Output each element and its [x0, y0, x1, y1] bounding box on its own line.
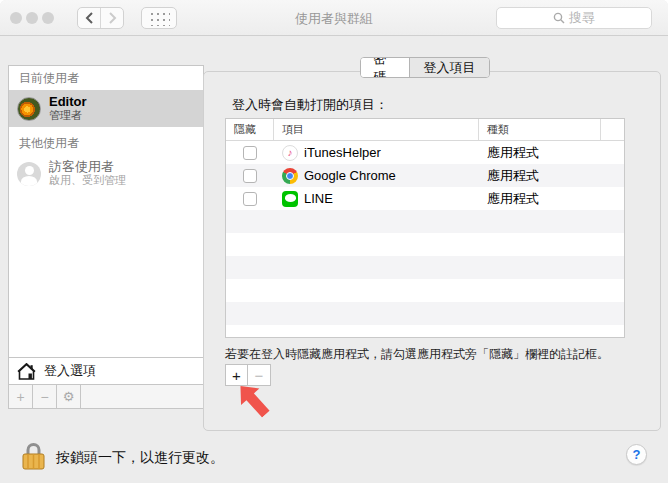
line-icon	[282, 191, 298, 207]
users-groups-window: 使用者與群組 搜尋 目前使用者 Editor 管理者 其他使用者 訪客使用者 啟…	[0, 0, 668, 483]
help-button[interactable]: ?	[626, 444, 647, 465]
table-body: iTunesHelper 應用程式 Google Chrome 應用程式 LIN…	[226, 141, 624, 337]
sidebar-toolbar: + − ⚙	[9, 384, 203, 408]
hide-checkbox[interactable]	[243, 192, 257, 206]
tab-password[interactable]: 密碼	[361, 58, 409, 77]
login-item-kind: 應用程式	[479, 190, 601, 208]
hide-checkbox[interactable]	[243, 146, 257, 160]
other-users-header: 其他使用者	[9, 131, 203, 155]
login-item-name: Google Chrome	[304, 168, 396, 183]
guest-name: 訪客使用者	[49, 160, 126, 174]
login-items-list-title: 登入時會自動打開的項目：	[232, 96, 388, 114]
title-bar: 使用者與群組 搜尋	[0, 0, 668, 36]
table-header: 隱藏 項目 種類	[226, 119, 624, 141]
tab-login-items[interactable]: 登入項目	[409, 58, 489, 77]
add-user-button[interactable]: +	[9, 385, 33, 408]
search-field[interactable]: 搜尋	[496, 7, 652, 29]
user-actions-gear-icon[interactable]: ⚙	[57, 385, 81, 408]
hide-checkbox[interactable]	[243, 169, 257, 183]
column-header-kind[interactable]: 種類	[479, 119, 601, 140]
login-items-table: 隱藏 項目 種類 iTunesHelper 應用程式 Google Chrome	[225, 118, 625, 338]
itunes-icon	[282, 145, 298, 161]
remove-user-button[interactable]: −	[33, 385, 57, 408]
user-name: Editor	[49, 95, 87, 109]
sidebar-item-current-user[interactable]: Editor 管理者	[9, 90, 203, 127]
guest-avatar	[17, 162, 41, 186]
user-list-sidebar: 目前使用者 Editor 管理者 其他使用者 訪客使用者 啟用、受到管理	[8, 65, 204, 409]
user-role: 管理者	[49, 109, 87, 122]
user-avatar	[17, 97, 41, 121]
login-item-name: iTunesHelper	[304, 145, 381, 160]
lock-icon[interactable]	[20, 441, 47, 471]
table-row[interactable]: Google Chrome 應用程式	[226, 164, 624, 187]
chrome-icon	[282, 168, 298, 184]
login-options-row[interactable]: 登入選項	[9, 357, 203, 384]
column-header-hide[interactable]: 隱藏	[226, 119, 274, 140]
table-row[interactable]: LINE 應用程式	[226, 187, 624, 210]
search-icon	[553, 12, 565, 24]
tab-bar: 密碼 登入項目	[360, 57, 490, 78]
login-item-name: LINE	[304, 191, 333, 206]
login-options-label: 登入選項	[44, 362, 96, 380]
sidebar-item-guest-user[interactable]: 訪客使用者 啟用、受到管理	[9, 155, 203, 192]
current-user-header: 目前使用者	[9, 66, 203, 90]
search-placeholder: 搜尋	[569, 9, 595, 27]
lock-hint-text: 按鎖頭一下，以進行更改。	[56, 449, 224, 467]
home-icon	[17, 363, 36, 380]
login-item-kind: 應用程式	[479, 144, 601, 162]
login-item-kind: 應用程式	[479, 167, 601, 185]
column-header-item[interactable]: 項目	[274, 119, 479, 140]
guest-status: 啟用、受到管理	[49, 174, 126, 187]
hide-hint-text: 若要在登入時隱藏應用程式，請勾選應用程式旁「隱藏」欄裡的註記框。	[225, 346, 609, 363]
column-header-extra	[601, 119, 624, 140]
table-row[interactable]: iTunesHelper 應用程式	[226, 141, 624, 164]
